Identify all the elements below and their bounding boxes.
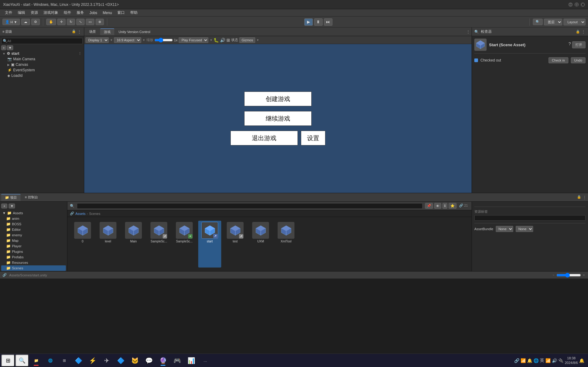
taskbar-search-button[interactable]: 🔍 <box>15 354 29 367</box>
zoom-in-icon[interactable]: ＋ <box>582 273 586 277</box>
folder-boss[interactable]: 📁 BOSS <box>1 221 66 227</box>
rotate-tool[interactable]: ↻ <box>67 19 75 25</box>
sys-wifi[interactable]: 📶 <box>545 358 551 363</box>
hierarchy-item-maincamera[interactable]: 📷 Main Camera <box>6 56 83 62</box>
tab-vcs[interactable]: Unity Version Control <box>115 29 154 35</box>
transform-tool[interactable]: ⊕ <box>96 19 104 25</box>
breadcrumb-assets[interactable]: Assets <box>75 212 85 215</box>
menu-edit[interactable]: 编辑 <box>15 9 28 16</box>
hierarchy-root-item[interactable]: ▼ ⚙ start ⋮ <box>1 51 83 56</box>
close-button[interactable]: ✕ <box>581 2 585 7</box>
view-more-icon[interactable]: ⋮ <box>466 29 470 34</box>
sys-battery[interactable]: 🔌 <box>558 358 563 363</box>
project-options-btn[interactable]: ▼ <box>9 204 15 208</box>
asset-bundle-select-2[interactable]: None <box>516 226 533 232</box>
layers-select[interactable]: 图层 <box>544 19 562 25</box>
hierarchy-search-input[interactable] <box>7 39 81 43</box>
hierarchy-item-eventsystem[interactable]: ⚡ EventSystem <box>6 67 83 73</box>
folder-enemy[interactable]: 📁 enemy <box>1 232 66 238</box>
taskbar-app-explorer[interactable]: 📁 <box>29 354 43 367</box>
folder-player[interactable]: 📁 Player <box>1 243 66 249</box>
taskbar-app-app1[interactable]: ⚡ <box>86 354 99 367</box>
tab-scene[interactable]: 场景 <box>85 28 100 35</box>
menu-component[interactable]: 组件 <box>61 9 74 16</box>
bottom-more-icon[interactable]: ⋮ <box>582 195 587 200</box>
account-button[interactable]: 👤 H ▼ <box>2 19 20 25</box>
breadcrumb-scenes[interactable]: Scenes <box>89 212 101 215</box>
scale-tool[interactable]: ⤡ <box>76 19 85 25</box>
project-star-btn[interactable]: ⭐ <box>449 203 457 209</box>
start-button[interactable]: ⊞ <box>1 354 15 367</box>
gizmos-button[interactable]: Gizmos <box>239 37 255 43</box>
taskbar-app-store[interactable]: ⊞ <box>58 354 71 367</box>
settings-game-button[interactable]: 设置 <box>301 131 325 145</box>
bottom-lock-icon[interactable]: 🔒 <box>577 195 581 200</box>
asset-item-level[interactable]: level <box>97 221 119 268</box>
more-options-icon[interactable]: ⋮ <box>77 29 82 34</box>
lock-icon[interactable]: 🔒 <box>72 29 76 34</box>
stats-label[interactable]: 状态 <box>231 38 238 42</box>
taskbar-app-stats[interactable]: 📊 <box>184 354 198 367</box>
zoom-out-icon[interactable]: － <box>552 273 555 277</box>
create-game-button[interactable]: 创建游戏 <box>244 92 312 106</box>
sys-icon-1[interactable]: 🔗 <box>514 358 519 363</box>
open-button[interactable]: 打开 <box>572 41 586 48</box>
layout-select[interactable]: Layout <box>563 19 586 25</box>
asset-item-0[interactable]: 0 <box>71 221 94 268</box>
asset-item-start[interactable]: ↗ start <box>198 221 221 268</box>
project-info-btn[interactable]: ℹ <box>442 203 447 209</box>
aspect-select[interactable]: 16:9 Aspect <box>114 37 141 43</box>
folder-anim[interactable]: 📁 anim <box>1 216 66 221</box>
folder-scenes[interactable]: 📁 Scenes <box>1 265 66 271</box>
taskbar-app-steam[interactable]: 🎮 <box>170 354 184 367</box>
sys-icon-3[interactable]: 🔔 <box>527 358 532 363</box>
taskbar-app-unity[interactable]: 🔮 <box>156 354 170 367</box>
folder-map[interactable]: 📁 Map <box>1 238 66 243</box>
asset-item-main[interactable]: Main <box>122 221 145 268</box>
tab-project[interactable]: 📁 项目 <box>1 194 21 201</box>
menu-file[interactable]: 文件 <box>2 9 15 16</box>
taskbar-app-edge[interactable]: 🔷 <box>72 354 85 367</box>
project-pin-btn[interactable]: 📌 <box>425 203 433 209</box>
inspector-more-icon[interactable]: ⋮ <box>581 29 586 34</box>
sys-icon-lang[interactable]: 英 <box>540 358 544 363</box>
folder-assets[interactable]: ▼ 📁 Assets <box>1 210 66 216</box>
folder-editor[interactable]: 📁 Editor <box>1 227 66 232</box>
asset-item-xmltool[interactable]: XmlTool <box>275 221 298 268</box>
menu-help[interactable]: 帮助 <box>128 9 140 16</box>
taskbar-clock[interactable]: 18:38 2024/8/6 <box>565 356 578 365</box>
add-project-btn[interactable]: + <box>1 204 7 208</box>
minimize-button[interactable]: ─ <box>568 2 573 7</box>
tab-game[interactable]: 游戏 <box>100 28 114 35</box>
maximize-button[interactable]: □ <box>575 2 579 7</box>
taskbar-app-more[interactable]: … <box>199 354 212 367</box>
menu-assets[interactable]: 资源 <box>28 9 40 16</box>
taskbar-app-browser[interactable]: 🌐 <box>44 354 57 367</box>
play-mode-select[interactable]: Play Focused <box>179 37 208 43</box>
step-button[interactable]: ⏭ <box>324 18 332 26</box>
sys-speaker[interactable]: 🔊 <box>552 358 557 363</box>
zoom-slider[interactable] <box>154 38 173 43</box>
asset-tags-input[interactable] <box>474 215 586 221</box>
hierarchy-item-canvas[interactable]: ▶ ▣ Canvas <box>6 62 83 67</box>
taskbar-app-chat[interactable]: 💬 <box>142 354 156 367</box>
asset-item-uxm[interactable]: UXM <box>249 221 272 268</box>
root-options[interactable]: ⋮ <box>78 52 82 56</box>
undo-button[interactable]: Undo <box>571 57 586 63</box>
hierarchy-options-btn[interactable]: ▼ <box>7 45 13 50</box>
asset-bundle-select-1[interactable]: None <box>496 226 513 232</box>
project-eye-btn[interactable]: 👁 <box>434 203 441 209</box>
settings-button[interactable]: ⚙ <box>31 19 40 25</box>
taskbar-app-app3[interactable]: 🔷 <box>114 354 127 367</box>
menu-services[interactable]: 服务 <box>74 9 86 16</box>
asset-item-samplesc2[interactable]: + SampleSc... <box>173 221 196 268</box>
search-icon-btn[interactable]: 🔍 <box>533 19 543 25</box>
menu-jobs[interactable]: Jobs <box>87 10 100 16</box>
play-button[interactable]: ▶ <box>304 18 313 26</box>
menu-window[interactable]: 窗口 <box>115 9 127 16</box>
sys-icon-4[interactable]: 🌐 <box>533 358 539 363</box>
folder-resources[interactable]: 📁 Resources <box>1 260 66 265</box>
display-select[interactable]: Display 1 <box>85 37 109 43</box>
sys-icon-2[interactable]: 📶 <box>521 358 526 363</box>
expand-arrow[interactable]: ▼ <box>2 52 6 55</box>
